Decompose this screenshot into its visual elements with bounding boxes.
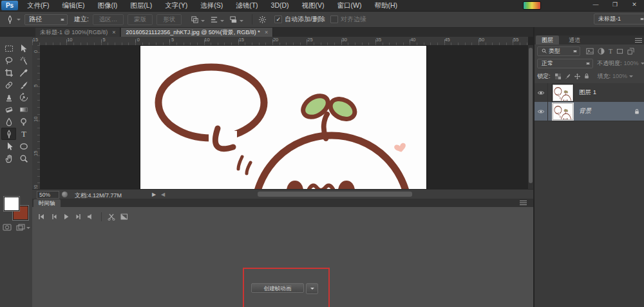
filter-shape-layers-icon[interactable] — [616, 48, 623, 55]
lasso-tool[interactable] — [1, 54, 16, 66]
spot-healing-brush-tool[interactable] — [1, 79, 16, 91]
path-arrangement-icon[interactable] — [229, 15, 243, 24]
layer-filter-select[interactable]: 类型 — [537, 46, 580, 56]
next-frame-button[interactable] — [74, 213, 82, 221]
quick-mask-icon[interactable] — [3, 224, 12, 231]
filter-pixel-layers-icon[interactable] — [586, 48, 594, 55]
rectangular-marquee-tool[interactable] — [1, 42, 16, 54]
vertical-scrollbar-thumb[interactable] — [529, 48, 533, 183]
menu-item-3[interactable]: 图层(L) — [124, 0, 158, 11]
lock-all-icon[interactable] — [584, 73, 589, 79]
layer-row-layer1[interactable]: 图层 1 — [535, 83, 644, 103]
eyedropper-tool[interactable] — [16, 66, 31, 79]
tool-preset-value: 路径 — [29, 15, 42, 24]
tools-panel: T — [0, 37, 33, 307]
ellipse-shape-tool[interactable] — [16, 140, 31, 152]
opacity-value[interactable]: 100% — [624, 60, 639, 66]
ruler-label: 30 — [342, 37, 347, 43]
pen-tool[interactable] — [1, 128, 16, 140]
ruler-label: 15 — [33, 37, 38, 43]
type-tool[interactable]: T — [16, 128, 31, 140]
path-operations-icon[interactable] — [191, 15, 205, 24]
panel-menu-icon[interactable] — [635, 38, 642, 43]
tool-preset-select[interactable]: 路径 — [24, 14, 68, 25]
close-button[interactable]: ✕ — [625, 0, 644, 10]
visibility-eye-icon[interactable] — [535, 83, 548, 102]
current-tool-dropdown[interactable] — [5, 15, 21, 25]
first-frame-button[interactable] — [37, 213, 45, 221]
history-brush-tool[interactable] — [16, 91, 31, 103]
gear-icon[interactable] — [258, 15, 267, 24]
timeline-tab[interactable]: 时间轴 — [33, 199, 61, 207]
workspace-switcher[interactable]: 未标题-1 — [594, 14, 644, 25]
zoom-tool[interactable] — [16, 152, 31, 164]
menu-item-4[interactable]: 文字(Y) — [158, 0, 194, 11]
lock-position-icon[interactable] — [574, 74, 580, 79]
menu-item-9[interactable]: 窗口(W) — [331, 0, 368, 11]
horizontal-ruler[interactable]: 151050510152025303540455055 — [32, 37, 528, 46]
screen-mode-icon[interactable] — [16, 224, 30, 231]
path-alignment-icon[interactable] — [210, 15, 224, 24]
make-selection-button[interactable]: 选区… — [93, 14, 124, 25]
clone-stamp-tool[interactable] — [1, 91, 16, 103]
visibility-eye-icon[interactable] — [535, 102, 548, 121]
layer-thumbnail[interactable] — [553, 103, 573, 120]
scrollbar-left-arrow[interactable]: ◀ — [161, 192, 165, 197]
filter-type-value: 类型 — [549, 47, 560, 55]
fill-value[interactable]: 100% — [612, 73, 627, 79]
menu-item-0[interactable]: 文件(F) — [21, 0, 55, 11]
layer-name[interactable]: 图层 1 — [579, 88, 596, 97]
minimize-button[interactable]: — — [586, 0, 605, 10]
align-edges-option[interactable]: 对齐边缘 — [330, 15, 366, 24]
auto-add-delete-option[interactable]: ✓ 自动添加/删除 — [274, 15, 325, 24]
menu-item-2[interactable]: 图像(I) — [91, 0, 124, 11]
status-expand-arrow[interactable]: ▶ — [152, 192, 156, 197]
blur-tool[interactable] — [1, 115, 16, 128]
menu-item-5[interactable]: 选择(S) — [194, 0, 229, 11]
layer-thumbnail[interactable] — [553, 84, 573, 101]
tab-channels[interactable]: 通道 — [563, 35, 586, 45]
panel-menu-icon[interactable] — [520, 201, 527, 205]
gradient-tool[interactable] — [16, 103, 31, 115]
eraser-tool[interactable] — [1, 103, 16, 115]
transition-button[interactable] — [120, 213, 128, 221]
lock-transparency-icon[interactable] — [555, 74, 561, 79]
brush-tool[interactable] — [16, 79, 31, 91]
layer-row-background[interactable]: 背景 — [535, 102, 644, 121]
menu-item-7[interactable]: 3D(D) — [265, 0, 296, 11]
play-button[interactable] — [62, 213, 70, 221]
canvas-image[interactable] — [140, 46, 426, 189]
path-selection-tool[interactable] — [1, 140, 16, 152]
filter-smart-object-icon[interactable] — [627, 48, 634, 55]
zoom-level-field[interactable]: 50% — [37, 191, 59, 199]
layer-name[interactable]: 背景 — [579, 107, 591, 115]
close-icon[interactable]: × — [265, 29, 268, 35]
audio-button[interactable] — [86, 213, 94, 221]
filter-adjustment-layers-icon[interactable] — [598, 48, 605, 55]
crop-tool[interactable] — [1, 66, 16, 79]
previous-frame-button[interactable] — [50, 213, 57, 221]
make-mask-button[interactable]: 蒙版 — [128, 14, 153, 25]
colorful-plugin-badge[interactable] — [523, 1, 541, 10]
tab-layers[interactable]: 图层 — [536, 35, 559, 45]
dodge-tool[interactable] — [16, 115, 31, 128]
restore-button[interactable]: ❐ — [605, 0, 625, 10]
menu-item-10[interactable]: 帮助(H) — [368, 0, 404, 11]
hand-tool[interactable] — [1, 152, 16, 164]
move-tool[interactable] — [16, 42, 31, 54]
menu-item-1[interactable]: 编辑(E) — [55, 0, 91, 11]
blend-mode-select[interactable]: 正常 — [537, 59, 593, 68]
foreground-color-swatch[interactable] — [4, 197, 19, 211]
menu-item-6[interactable]: 滤镜(T) — [229, 0, 264, 11]
document-tab-image[interactable]: 20160521112356_nhKTJ.jpg @ 50%(背景, RGB/8… — [121, 28, 273, 37]
lock-pixels-icon[interactable] — [565, 74, 571, 79]
magic-wand-tool[interactable] — [16, 54, 31, 66]
filter-type-layers-icon[interactable]: T — [609, 48, 612, 55]
horizontal-scrollbar-thumb[interactable] — [258, 192, 412, 197]
make-shape-button[interactable]: 形状 — [156, 14, 182, 25]
menu-item-8[interactable]: 视图(V) — [296, 0, 331, 11]
vertical-scrollbar[interactable] — [528, 45, 533, 189]
close-icon[interactable]: × — [112, 29, 115, 35]
document-tab-untitled[interactable]: 未标题-1 @ 100%(RGB/8) × — [35, 28, 120, 37]
split-button[interactable] — [107, 213, 115, 221]
